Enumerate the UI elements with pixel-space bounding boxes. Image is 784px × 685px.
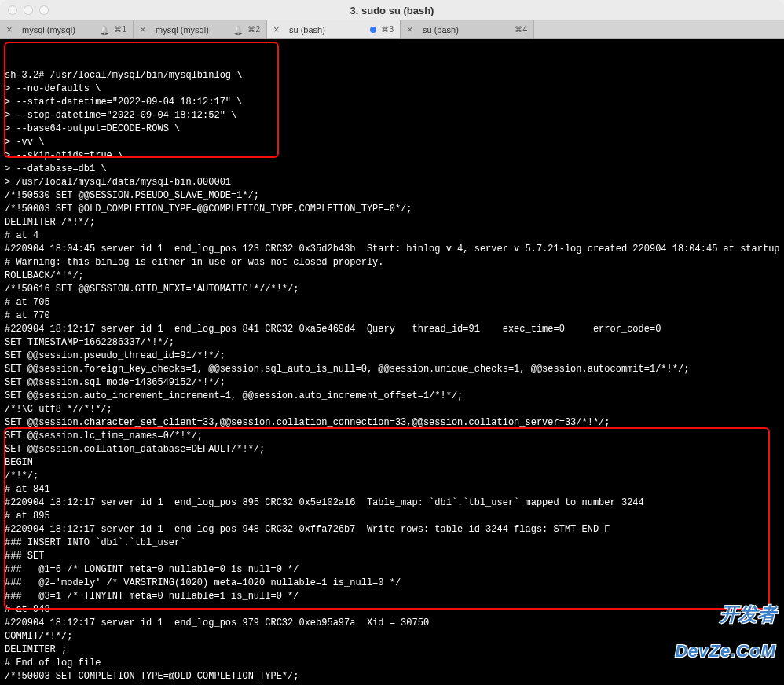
close-icon[interactable]: ×: [140, 24, 151, 35]
terminal-line: SET @@session.sql_mode=1436549152/*!*/;: [5, 376, 779, 390]
traffic-lights: [8, 5, 49, 15]
terminal-line: ### INSERT INTO `db1`.`tbl_user`: [5, 537, 779, 550]
minimize-button[interactable]: [24, 5, 33, 15]
terminal-line: #220904 18:12:17 server id 1 end_log_pos…: [5, 323, 779, 336]
terminal-line: SET @@session.collation_database=DEFAULT…: [5, 443, 779, 456]
terminal-line: > --base64-output=DECODE-ROWS \: [5, 123, 779, 136]
terminal-line: > --database=db1 \: [5, 163, 779, 176]
terminal-line: > -vv \: [5, 136, 779, 149]
terminal-line: # Warning: this binlog is either in use …: [5, 256, 779, 269]
terminal-line: ### @1=6 /* LONGINT meta=0 nullable=0 is…: [5, 563, 779, 577]
tab-label: su (bash): [289, 25, 365, 35]
terminal-line: BEGIN: [5, 456, 779, 470]
terminal-line: # at 841: [5, 483, 779, 496]
terminal-line: # at 770: [5, 310, 779, 323]
terminal-line: ### @2='modely' /* VARSTRING(1020) meta=…: [5, 577, 779, 590]
tab-4[interactable]: × su (bash) ⌘4: [401, 20, 534, 38]
bell-icon: [233, 25, 243, 35]
terminal-line: SET @@session.foreign_key_checks=1, @@se…: [5, 363, 779, 376]
terminal-line: /*!50530 SET @@SESSION.PSEUDO_SLAVE_MODE…: [5, 189, 779, 203]
tab-3[interactable]: × su (bash) ⌘3: [267, 20, 401, 38]
terminal-line: SET TIMESTAMP=1662286337/*!*/;: [5, 336, 779, 350]
terminal-line: /*!50616 SET @@SESSION.GTID_NEXT='AUTOMA…: [5, 283, 779, 296]
terminal-line: COMMIT/*!*/;: [5, 630, 779, 643]
tab-shortcut: ⌘2: [247, 25, 260, 34]
tab-label: mysql (mysql): [22, 25, 95, 35]
terminal-line: > /usr/local/mysql/data/mysql-bin.000001: [5, 176, 779, 189]
terminal-line: SET @@session.auto_increment_increment=1…: [5, 390, 779, 403]
tab-shortcut: ⌘1: [114, 25, 126, 34]
terminal-line: SET @@session.lc_time_names=0/*!*/;: [5, 430, 779, 443]
maximize-button[interactable]: [39, 5, 49, 15]
terminal-line: ROLLBACK/*!*/;: [5, 269, 779, 283]
tab-shortcut: ⌘4: [515, 25, 527, 34]
terminal-line: # at 705: [5, 296, 779, 310]
tab-1[interactable]: × mysql (mysql) ⌘1: [0, 20, 134, 38]
tabbar: × mysql (mysql) ⌘1 × mysql (mysql) ⌘2 × …: [0, 20, 784, 39]
close-icon[interactable]: ×: [407, 24, 418, 35]
tab-2[interactable]: × mysql (mysql) ⌘2: [134, 20, 267, 38]
terminal-line: ### @3=1 /* TINYINT meta=0 nullable=1 is…: [5, 590, 779, 603]
terminal-line: # at 948: [5, 603, 779, 617]
terminal-line: # at 4: [5, 229, 779, 243]
terminal-line: ### SET: [5, 550, 779, 563]
terminal-line: > --skip-gtids=true \: [5, 149, 779, 163]
tab-label: mysql (mysql): [156, 25, 229, 35]
activity-dot-icon: [370, 27, 376, 33]
terminal-line: #220904 18:12:17 server id 1 end_log_pos…: [5, 496, 779, 510]
terminal-line: DELIMITER ;: [5, 643, 779, 657]
terminal-line: SET @@session.character_set_client=33,@@…: [5, 416, 779, 430]
terminal-line: # End of log file: [5, 657, 779, 670]
terminal-line: #220904 18:04:45 server id 1 end_log_pos…: [5, 243, 779, 256]
close-icon[interactable]: ×: [273, 24, 284, 35]
terminal-line: sh-3.2# /usr/local/mysql/bin/mysqlbinlog…: [5, 69, 779, 82]
terminal-line: > --no-defaults \: [5, 82, 779, 96]
terminal-line: #220904 18:12:17 server id 1 end_log_pos…: [5, 617, 779, 630]
close-icon[interactable]: ×: [6, 24, 17, 35]
tab-label: su (bash): [423, 25, 510, 35]
window-title: 3. sudo su (bash): [350, 5, 434, 16]
terminal-line: DELIMITER /*!*/;: [5, 216, 779, 229]
terminal-line: /*!50003 SET @OLD_COMPLETION_TYPE=@@COMP…: [5, 203, 779, 216]
terminal-line: /*!*/;: [5, 470, 779, 483]
terminal-output[interactable]: sh-3.2# /usr/local/mysql/bin/mysqlbinlog…: [0, 39, 784, 685]
terminal-line: /*!50003 SET COMPLETION_TYPE=@OLD_COMPLE…: [5, 670, 779, 683]
terminal-line: # at 895: [5, 510, 779, 523]
terminal-window: 3. sudo su (bash) × mysql (mysql) ⌘1 × m…: [0, 0, 784, 685]
terminal-line: > --start-datetime="2022-09-04 18:12:17"…: [5, 96, 779, 109]
titlebar[interactable]: 3. sudo su (bash): [0, 0, 784, 20]
bell-icon: [100, 25, 109, 35]
terminal-line: > --stop-datetime="2022-09-04 18:12:52" …: [5, 109, 779, 123]
tab-shortcut: ⌘3: [381, 25, 394, 34]
terminal-line: #220904 18:12:17 server id 1 end_log_pos…: [5, 523, 779, 537]
terminal-line: /*!\C utf8 *//*!*/;: [5, 403, 779, 416]
terminal-line: SET @@session.pseudo_thread_id=91/*!*/;: [5, 350, 779, 363]
close-button[interactable]: [8, 5, 17, 15]
